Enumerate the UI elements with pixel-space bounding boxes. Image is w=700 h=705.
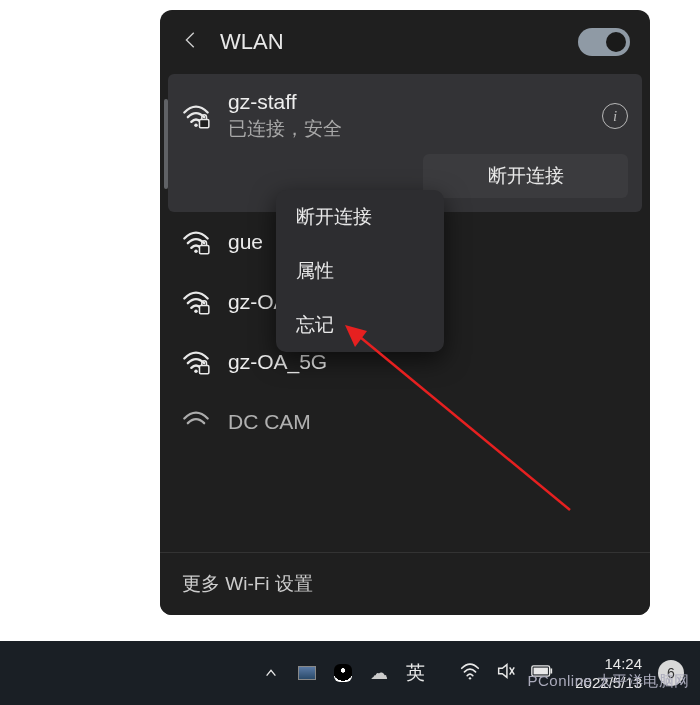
wifi-secure-icon xyxy=(182,288,210,316)
wifi-secure-icon xyxy=(182,228,210,256)
disconnect-button[interactable]: 断开连接 xyxy=(423,154,628,198)
wifi-icon xyxy=(182,408,210,436)
svg-point-2 xyxy=(194,250,198,254)
system-tray: ☁ 英 xyxy=(261,663,425,683)
tray-chevron-up-icon[interactable] xyxy=(261,663,281,683)
network-context-menu: 断开连接 属性 忘记 xyxy=(276,190,444,352)
svg-point-4 xyxy=(194,310,198,314)
volume-mute-icon xyxy=(495,660,517,686)
menu-item-disconnect[interactable]: 断开连接 xyxy=(276,190,444,244)
wifi-tray-icon xyxy=(459,660,481,686)
network-status: 已连接，安全 xyxy=(228,116,602,142)
network-item[interactable]: DC CAM xyxy=(168,392,642,452)
watermark-text: PConline 太平洋电脑网 xyxy=(527,672,690,691)
svg-rect-3 xyxy=(200,246,209,254)
svg-rect-7 xyxy=(200,366,209,374)
menu-item-forget[interactable]: 忘记 xyxy=(276,298,444,352)
network-name: gz-OA_5G xyxy=(228,350,628,374)
clock-time: 14:24 xyxy=(575,654,642,674)
tray-onedrive-icon[interactable]: ☁ xyxy=(369,663,389,683)
wifi-secure-icon xyxy=(182,102,210,130)
network-name: DC CAM xyxy=(228,410,628,434)
info-icon[interactable]: i xyxy=(602,103,628,129)
svg-point-10 xyxy=(469,677,471,679)
network-labels: gz-staff 已连接，安全 xyxy=(228,90,602,142)
more-wifi-settings-link[interactable]: 更多 Wi-Fi 设置 xyxy=(160,552,650,615)
network-name: gz-staff xyxy=(228,90,602,114)
panel-title: WLAN xyxy=(220,29,560,55)
back-arrow-icon[interactable] xyxy=(180,29,202,56)
panel-header: WLAN xyxy=(160,10,650,74)
svg-point-0 xyxy=(194,124,198,128)
toggle-knob xyxy=(606,32,626,52)
wifi-secure-icon xyxy=(182,348,210,376)
tray-monitor-icon[interactable] xyxy=(297,663,317,683)
menu-item-properties[interactable]: 属性 xyxy=(276,244,444,298)
wlan-toggle[interactable] xyxy=(578,28,630,56)
svg-rect-1 xyxy=(200,120,209,128)
svg-rect-5 xyxy=(200,306,209,314)
ime-indicator[interactable]: 英 xyxy=(405,663,425,683)
svg-point-6 xyxy=(194,370,198,374)
tray-qq-icon[interactable] xyxy=(333,663,353,683)
